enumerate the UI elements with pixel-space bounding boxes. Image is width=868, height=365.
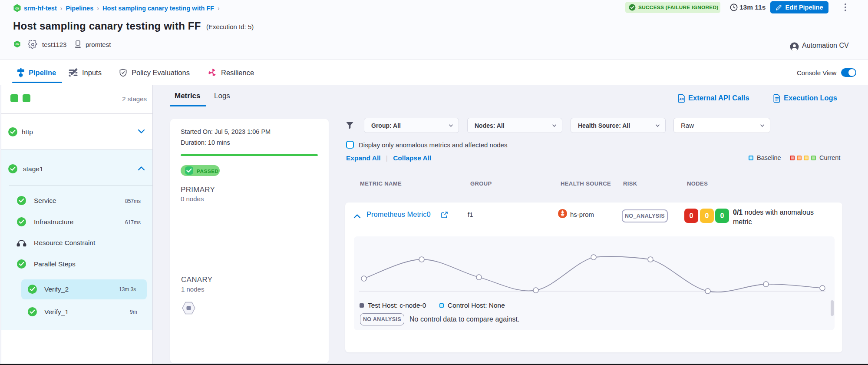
svg-text:∞: ∞ xyxy=(16,41,19,46)
svg-text:API: API xyxy=(680,98,684,101)
svg-text:∞: ∞ xyxy=(15,5,19,11)
